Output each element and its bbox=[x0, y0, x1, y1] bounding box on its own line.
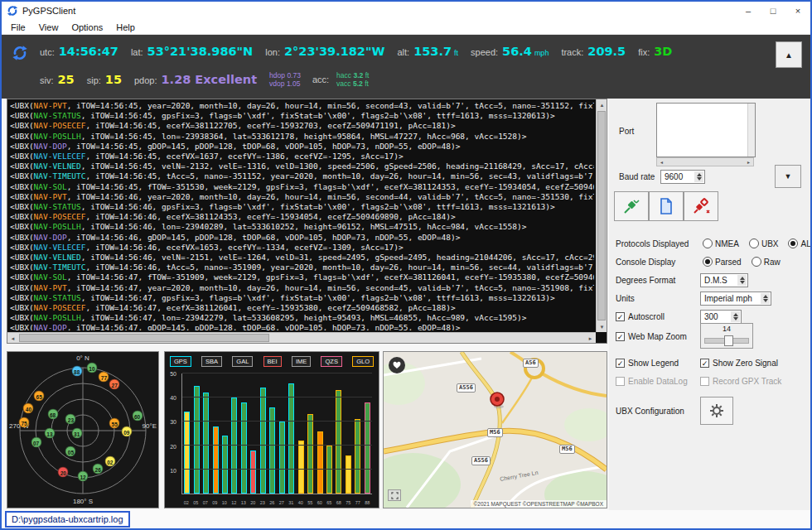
logfile-path[interactable]: D:\pygpsdata-ubxcartrip.log bbox=[5, 511, 130, 528]
menu-item-file[interactable]: File bbox=[4, 22, 32, 32]
radio-raw[interactable]: Raw bbox=[749, 257, 781, 267]
map-panel[interactable]: A56A556M56M56A556 Cherry Tree Ln ©2021 M… bbox=[383, 351, 607, 508]
spinbox-arrows-icon[interactable] bbox=[694, 171, 703, 182]
maximize-button[interactable]: □ bbox=[761, 2, 785, 20]
autoscroll-checkbox[interactable] bbox=[616, 312, 625, 321]
degrees-format-spinbox[interactable]: D.M.S bbox=[700, 273, 748, 287]
menu-item-help[interactable]: Help bbox=[109, 22, 142, 32]
port-scroll-left-icon[interactable]: ◄ bbox=[657, 158, 666, 166]
slider-trough[interactable] bbox=[704, 338, 749, 344]
signal-bar-55[interactable] bbox=[306, 373, 315, 494]
console-line: <UBX(NAV-TIMEUTC, iTOW=14:56:45, tAcc=5,… bbox=[10, 171, 594, 181]
connect-button[interactable] bbox=[614, 191, 649, 221]
spinbox-arrows-icon[interactable] bbox=[737, 275, 747, 286]
satellite-09[interactable]: 09 bbox=[121, 426, 132, 436]
scroll-left-icon[interactable]: ◄ bbox=[7, 333, 18, 344]
spinbox-arrows-icon[interactable] bbox=[731, 311, 740, 322]
satellite-55[interactable]: 55 bbox=[109, 418, 120, 429]
satellite-88[interactable]: 88 bbox=[71, 365, 82, 376]
connect-plug-icon bbox=[622, 197, 640, 215]
port-vscrollbar[interactable] bbox=[747, 104, 755, 157]
signal-bar-75[interactable] bbox=[344, 373, 353, 494]
console-hscrollbar[interactable]: ◄ ► bbox=[7, 332, 596, 343]
autoscroll-spinbox[interactable]: 300 bbox=[700, 310, 742, 324]
satellite-60[interactable]: 60 bbox=[132, 411, 143, 422]
satellite-02[interactable]: 02 bbox=[104, 455, 115, 466]
signal-bar-13[interactable] bbox=[239, 373, 249, 494]
satellite-65[interactable]: 65 bbox=[34, 390, 45, 401]
map-expand-icon[interactable] bbox=[388, 489, 401, 501]
radio-parsed[interactable]: Parsed bbox=[700, 257, 742, 267]
hscroll-thumb[interactable] bbox=[19, 334, 269, 342]
radio-all[interactable]: ALL bbox=[785, 238, 812, 248]
console-line: <UBX(NAV-POSECEF, iTOW=14:56:45, ecefX=3… bbox=[10, 121, 594, 131]
webmap-zoom-checkbox[interactable] bbox=[616, 332, 625, 341]
signal-bar-10[interactable] bbox=[220, 373, 230, 494]
show-zero-signal-checkbox[interactable] bbox=[700, 359, 709, 368]
radio-nmea[interactable]: NMEA bbox=[700, 238, 739, 248]
signal-bar-23[interactable] bbox=[259, 373, 268, 494]
enable-datalog-checkbox[interactable] bbox=[616, 377, 625, 386]
signal-bar-05[interactable] bbox=[191, 373, 201, 494]
slider-handle[interactable] bbox=[724, 335, 733, 346]
satellite-27[interactable]: 27 bbox=[109, 379, 120, 390]
satellite-75[interactable]: 75 bbox=[19, 417, 30, 427]
scroll-right-icon[interactable]: ► bbox=[585, 333, 596, 344]
console-output[interactable]: <UBX(NAV-PVT, iTOW=14:56:45, year=2020, … bbox=[10, 101, 594, 330]
satellite-68[interactable]: 68 bbox=[47, 409, 58, 420]
spinbox-arrows-icon[interactable] bbox=[761, 293, 770, 304]
radio-ubx[interactable]: UBX bbox=[747, 238, 779, 248]
satellite-77[interactable]: 77 bbox=[99, 372, 109, 383]
signal-bar-20[interactable] bbox=[249, 373, 258, 494]
minimize-button[interactable]: – bbox=[736, 2, 761, 20]
satellite-12[interactable]: 12 bbox=[78, 471, 89, 482]
signal-bar-27[interactable] bbox=[278, 373, 287, 494]
scroll-down-icon[interactable]: ▼ bbox=[597, 321, 607, 332]
show-legend-checkbox[interactable] bbox=[616, 359, 625, 368]
satellite-13[interactable]: 13 bbox=[44, 427, 55, 438]
signal-bar-77[interactable] bbox=[353, 373, 362, 494]
signal-bar-40[interactable] bbox=[296, 373, 305, 494]
satellite-23[interactable]: 23 bbox=[65, 413, 76, 424]
settings-collapse-button[interactable]: ▼ bbox=[775, 165, 801, 188]
signal-bar-88[interactable] bbox=[363, 373, 372, 494]
signal-bar-68[interactable] bbox=[334, 373, 343, 494]
baud-rate-spinbox[interactable]: 9600 bbox=[660, 170, 705, 184]
open-file-button[interactable] bbox=[649, 191, 684, 221]
vscroll-thumb[interactable] bbox=[597, 111, 606, 320]
satellite-07[interactable]: 07 bbox=[31, 437, 41, 448]
signal-bar-60[interactable] bbox=[315, 373, 324, 494]
signal-bar-07[interactable] bbox=[201, 373, 210, 494]
satellite-20[interactable]: 20 bbox=[58, 466, 69, 477]
satellite-05[interactable]: 05 bbox=[65, 446, 76, 457]
satellite-31[interactable]: 31 bbox=[71, 427, 82, 438]
signal-bar-02[interactable] bbox=[182, 373, 191, 494]
satellite-26[interactable]: 26 bbox=[93, 464, 104, 475]
scroll-up-icon[interactable]: ▲ bbox=[597, 99, 607, 110]
webmap-zoom-slider[interactable]: 14 bbox=[700, 323, 753, 349]
port-scroll-right-icon[interactable]: ► bbox=[744, 158, 753, 166]
port-listbox[interactable] bbox=[656, 103, 756, 157]
signal-bar-09[interactable] bbox=[210, 373, 220, 494]
banner-collapse-button[interactable]: ▲ bbox=[776, 41, 802, 68]
signal-bar-26[interactable] bbox=[268, 373, 277, 494]
record-gpx-checkbox[interactable] bbox=[700, 377, 709, 386]
disconnect-button[interactable] bbox=[684, 191, 718, 221]
banner-field-unit: ft bbox=[454, 49, 458, 57]
ubx-config-button[interactable] bbox=[700, 397, 733, 425]
close-button[interactable]: × bbox=[785, 2, 810, 20]
map-provider-logo-icon[interactable] bbox=[389, 357, 405, 373]
menu-item-options[interactable]: Options bbox=[65, 22, 109, 32]
console-vscrollbar[interactable]: ▲ ▼ bbox=[596, 99, 607, 332]
satellite-40[interactable]: 40 bbox=[23, 402, 34, 413]
signal-bar-rect bbox=[288, 383, 294, 494]
signal-bar-65[interactable] bbox=[325, 373, 334, 494]
satellite-10[interactable]: 10 bbox=[86, 362, 97, 373]
signal-bar-12[interactable] bbox=[230, 373, 239, 494]
units-spinbox[interactable]: Imperial mph bbox=[700, 292, 771, 306]
x-tick-label: 60 bbox=[315, 500, 325, 505]
legend-row: Show Legend Show Zero Signal bbox=[616, 355, 807, 370]
port-hscrollbar[interactable]: ◄ ► bbox=[656, 157, 754, 166]
menu-item-view[interactable]: View bbox=[32, 22, 65, 32]
signal-bar-31[interactable] bbox=[287, 373, 296, 494]
